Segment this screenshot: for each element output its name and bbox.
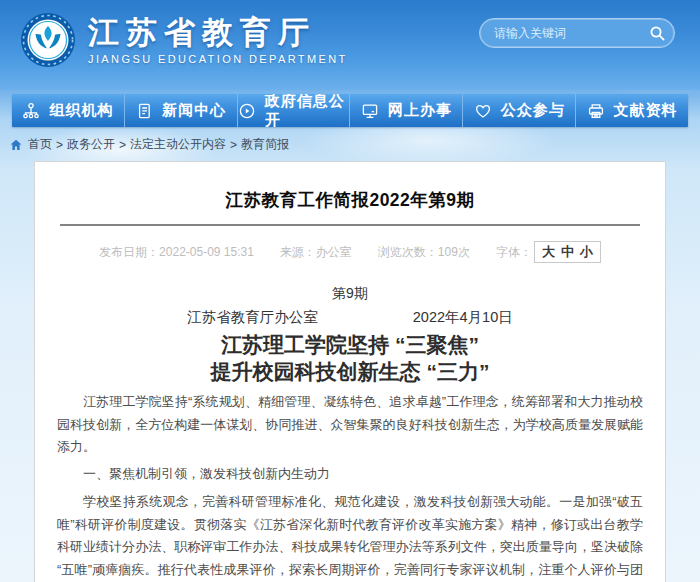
publish-date-value: 2022-05-09 15:31 xyxy=(159,245,254,259)
nav-item-label: 政府信息公开 xyxy=(265,94,350,127)
search-icon xyxy=(649,25,666,42)
search-box xyxy=(479,18,675,48)
article-headline-line1: 江苏理工学院坚持 “三聚焦” xyxy=(57,331,643,358)
site-header: 江苏省教育厅 JIANGSU EDUCATION DEPARTMENT xyxy=(0,0,700,90)
nav-item-online-services[interactable]: 网上办事 xyxy=(350,94,463,127)
view-count: 浏览次数：109次 xyxy=(378,244,470,261)
views-label: 浏览次数： xyxy=(378,245,438,259)
site-logo-icon xyxy=(20,12,76,68)
breadcrumb-gov-info[interactable]: 政务公开 xyxy=(67,136,115,153)
article-source: 来源：办公室 xyxy=(280,244,352,261)
publish-date-label: 发布日期： xyxy=(99,245,159,259)
breadcrumb-separator: > xyxy=(56,138,63,152)
issue-number: 第9期 xyxy=(57,285,643,303)
font-size-large-button[interactable]: 大 xyxy=(542,244,555,259)
main-nav: 组织机构 新闻中心 政府信息公开 网上办事 公众参与 xyxy=(12,94,688,127)
font-size-label: 字体： xyxy=(496,245,532,259)
nav-item-label: 组织机构 xyxy=(49,101,113,120)
office-date-line: 江苏省教育厅办公室 2022年4月10日 xyxy=(57,308,643,327)
home-icon xyxy=(10,139,22,151)
breadcrumb-legal-disclosure[interactable]: 法定主动公开内容 xyxy=(130,136,226,153)
font-size-small-button[interactable]: 小 xyxy=(580,244,593,259)
nav-item-label: 新闻中心 xyxy=(162,101,226,120)
nav-item-info-disclosure[interactable]: 政府信息公开 xyxy=(238,94,351,127)
article-page-title: 江苏教育工作简报2022年第9期 xyxy=(57,188,643,212)
site-logo-brand[interactable]: 江苏省教育厅 JIANGSU EDUCATION DEPARTMENT xyxy=(20,12,348,68)
publish-date: 发布日期：2022-05-09 15:31 xyxy=(99,244,254,261)
heart-icon xyxy=(474,102,492,120)
search-button[interactable] xyxy=(649,22,666,44)
article-paragraph: 学校坚持系统观念，完善科研管理标准化、规范化建设，激发科技创新强大动能。一是加强… xyxy=(57,491,643,582)
nav-item-public-participation[interactable]: 公众参与 xyxy=(463,94,576,127)
issuing-office: 江苏省教育厅办公室 xyxy=(187,308,318,327)
site-title: 江苏省教育厅 xyxy=(88,16,348,50)
search-input[interactable] xyxy=(494,26,649,40)
article-section-heading: 一、聚焦机制引领，激发科技创新内生动力 xyxy=(57,463,643,486)
source-value: 办公室 xyxy=(316,245,352,259)
article-meta: 发布日期：2022-05-09 15:31 来源：办公室 浏览次数：109次 字… xyxy=(57,241,643,263)
site-subtitle: JIANGSU EDUCATION DEPARTMENT xyxy=(88,53,348,65)
breadcrumb: 首页 > 政务公开 > 法定主动公开内容 > 教育简报 xyxy=(10,136,700,153)
info-disclosure-icon xyxy=(238,102,256,120)
org-chart-icon xyxy=(22,102,40,120)
font-size-medium-button[interactable]: 中 xyxy=(561,244,574,259)
article-body: 第9期 江苏省教育厅办公室 2022年4月10日 江苏理工学院坚持 “三聚焦” … xyxy=(57,285,643,582)
nav-item-label: 网上办事 xyxy=(388,101,452,120)
nav-item-news[interactable]: 新闻中心 xyxy=(125,94,238,127)
source-label: 来源： xyxy=(280,245,316,259)
brand-text: 江苏省教育厅 JIANGSU EDUCATION DEPARTMENT xyxy=(88,16,348,65)
font-size-control: 字体：大中小 xyxy=(496,241,601,263)
views-value: 109次 xyxy=(438,245,470,259)
breadcrumb-separator: > xyxy=(230,138,237,152)
printer-icon xyxy=(587,102,605,120)
article-headline-line2: 提升校园科技创新生态 “三力” xyxy=(57,358,643,385)
nav-item-label: 公众参与 xyxy=(501,101,565,120)
nav-item-label: 文献资料 xyxy=(614,101,678,120)
breadcrumb-home[interactable]: 首页 xyxy=(28,136,52,153)
nav-item-documents[interactable]: 文献资料 xyxy=(576,94,688,127)
article-panel: 江苏教育工作简报2022年第9期 发布日期：2022-05-09 15:31 来… xyxy=(34,161,666,582)
article-paragraph: 江苏理工学院坚持“系统规划、精细管理、凝练特色、追求卓越”工作理念，统筹部署和大… xyxy=(57,391,643,459)
breadcrumb-separator: > xyxy=(119,138,126,152)
font-size-box: 大中小 xyxy=(534,241,601,263)
nav-item-organization[interactable]: 组织机构 xyxy=(12,94,125,127)
breadcrumb-education-brief: 教育简报 xyxy=(241,136,289,153)
monitor-icon xyxy=(361,102,379,120)
issue-date: 2022年4月10日 xyxy=(413,308,513,327)
title-divider xyxy=(60,224,640,226)
news-icon xyxy=(135,102,153,120)
